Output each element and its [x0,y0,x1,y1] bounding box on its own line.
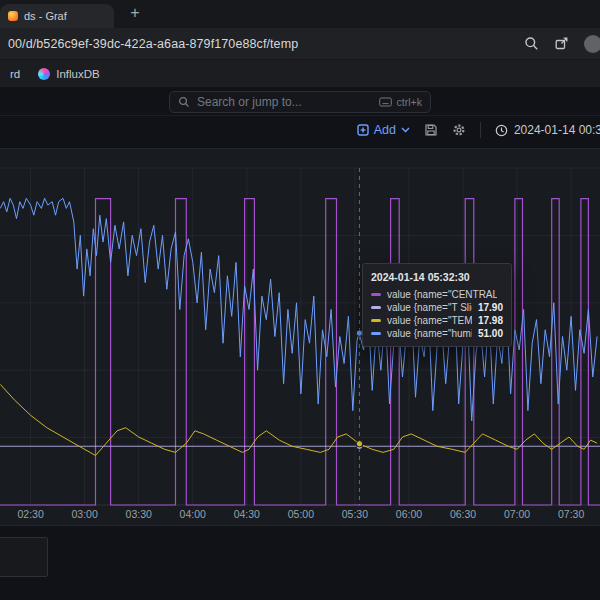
tooltip-timestamp: 2024-01-14 05:32:30 [371,271,503,283]
url-text[interactable]: 00/d/b526c9ef-39dc-422a-a6aa-879f170e88c… [8,37,516,51]
tooltip-row: value {name="CENTRALA"} [371,288,503,301]
search-placeholder: Search or jump to... [197,95,372,109]
tooltip-row: value {name="humi"} 51.00 [371,327,503,340]
share-icon[interactable] [554,36,569,51]
browser-tab-bar: ds - Graf + [0,0,600,28]
save-icon [424,123,438,137]
gear-icon [452,123,466,137]
bookmark-item[interactable]: rd [10,68,20,80]
tooltip-row: value {name="T Slider"} 17.90 [371,301,503,314]
series-color-swatch [371,319,381,322]
influxdb-logo-icon [38,68,50,80]
series-color-swatch [371,306,381,309]
grafana-top-nav: Search or jump to... ctrl+k [0,88,600,116]
browser-tab[interactable]: ds - Graf [0,4,114,28]
time-range-picker[interactable]: 2024-01-14 00:3 [495,123,600,137]
chevron-down-icon [401,127,410,133]
search-shortcut: ctrl+k [379,96,422,108]
bottom-panel-fragment[interactable] [0,537,48,577]
add-panel-button[interactable]: Add [357,123,410,137]
dashboard-toolbar: Add 2024-01-14 00:3 [0,116,600,144]
browser-profile-avatar[interactable] [584,35,600,53]
keyboard-icon [379,97,392,107]
search-icon [178,96,190,108]
time-range-label: 2024-01-14 00:3 [514,123,600,137]
bookmark-label: rd [10,68,20,80]
tooltip-row: value {name="TEMP"} 17.98 [371,314,503,327]
clock-icon [495,124,508,137]
zoom-icon[interactable] [524,36,539,51]
grafana-favicon-icon [8,11,18,21]
chart-tooltip: 2024-01-14 05:32:30 value {name="CENTRAL… [362,263,512,347]
dashboard-settings-button[interactable] [452,123,466,137]
add-button-label: Add [374,123,396,137]
bookmark-label: InfluxDB [56,68,99,80]
new-tab-button[interactable]: + [124,3,146,25]
series-color-swatch [371,332,381,335]
tab-title: ds - Graf [24,10,67,22]
plus-square-icon [357,124,369,136]
save-dashboard-button[interactable] [424,123,438,137]
series-color-swatch [371,293,381,296]
bookmarks-bar: rd InfluxDB [0,60,600,88]
search-input[interactable]: Search or jump to... ctrl+k [169,91,431,113]
browser-address-bar: 00/d/b526c9ef-39dc-422a-a6aa-879f170e88c… [0,28,600,60]
bookmark-item-influxdb[interactable]: InfluxDB [38,68,99,80]
toolbar-divider [480,122,481,138]
